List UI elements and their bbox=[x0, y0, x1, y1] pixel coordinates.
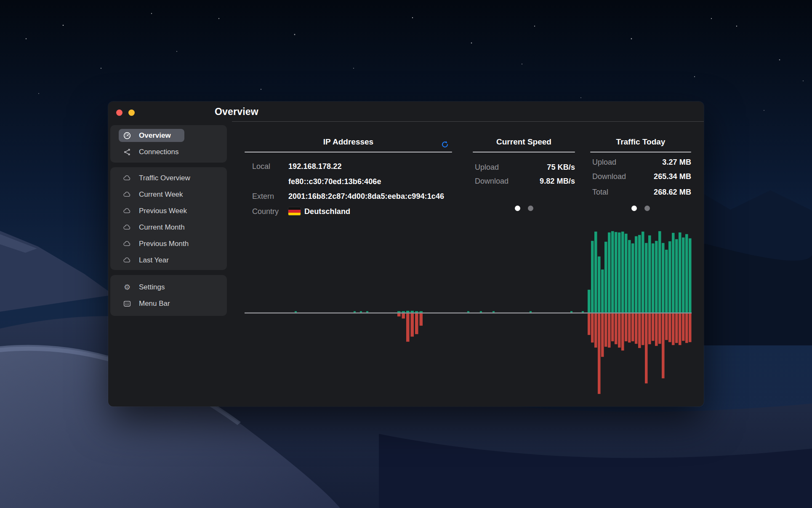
upload-label: Upload bbox=[475, 163, 499, 172]
gauge-icon bbox=[123, 131, 131, 140]
sidebar-item-previous-month[interactable]: Previous Month bbox=[119, 237, 227, 250]
sidebar-item-label: Previous Month bbox=[139, 240, 189, 248]
current-speed-title: Current Speed bbox=[473, 137, 575, 147]
speed-page-dots bbox=[473, 206, 575, 211]
ip-extern-row: Extern 2001:16b8:2c87:4d00:8da5:eeba:c99… bbox=[245, 191, 452, 202]
sidebar-group-main: Overview Connections bbox=[110, 125, 227, 163]
cloud-icon bbox=[123, 207, 131, 215]
ip-addresses-title: IP Addresses bbox=[245, 137, 452, 147]
download-speed-value: 9.82 MB/s bbox=[540, 177, 575, 186]
sidebar-item-label: Connections bbox=[139, 148, 179, 156]
sidebar-item-label: Previous Week bbox=[139, 207, 187, 215]
ip-addresses-section: IP Addresses Local 192.168.178.22 fe80::… bbox=[245, 102, 452, 224]
sidebar-item-label: Overview bbox=[139, 131, 171, 140]
page-dot[interactable] bbox=[528, 206, 533, 211]
sidebar-item-menu-bar[interactable]: Menu Bar bbox=[119, 297, 227, 310]
sidebar-item-current-month[interactable]: Current Month bbox=[119, 221, 227, 234]
sidebar-item-current-week[interactable]: Current Week bbox=[119, 188, 227, 201]
section-underline bbox=[473, 152, 575, 152]
cloud-icon bbox=[123, 240, 131, 248]
traffic-download-row: Download 265.34 MB bbox=[590, 171, 691, 182]
sidebar-item-label: Last Year bbox=[139, 256, 169, 265]
sidebar-item-label: Current Month bbox=[139, 223, 185, 232]
upload-speed-value: 75 KB/s bbox=[547, 163, 575, 172]
sidebar-item-label: Current Week bbox=[139, 190, 183, 199]
extern-label: Extern bbox=[252, 192, 274, 201]
download-total-value: 265.34 MB bbox=[654, 172, 691, 181]
sidebar-group-settings: ⚙ Settings Menu Bar bbox=[110, 275, 227, 316]
sidebar-group-history: Traffic Overview Current Week Previous W… bbox=[110, 167, 227, 270]
cloud-icon bbox=[123, 223, 131, 232]
sidebar-item-last-year[interactable]: Last Year bbox=[119, 254, 227, 267]
sidebar-item-settings[interactable]: ⚙ Settings bbox=[119, 281, 227, 294]
upload-total-value: 3.27 MB bbox=[662, 158, 691, 167]
traffic-page-dots bbox=[590, 206, 691, 211]
page-dot-active[interactable] bbox=[515, 206, 520, 211]
speed-download-row: Download 9.82 MB/s bbox=[473, 176, 575, 187]
download-label: Download bbox=[592, 172, 626, 181]
download-label: Download bbox=[475, 177, 508, 186]
local-ipv6-value: fe80::c30:70ed:13b6:406e bbox=[288, 177, 381, 186]
close-button[interactable] bbox=[116, 110, 122, 116]
traffic-upload-row: Upload 3.27 MB bbox=[590, 157, 691, 168]
minimize-button[interactable] bbox=[128, 110, 135, 116]
sidebar-item-overview[interactable]: Overview bbox=[119, 129, 227, 142]
refresh-icon[interactable] bbox=[441, 140, 449, 149]
total-label: Total bbox=[592, 188, 608, 197]
country-label: Country bbox=[252, 207, 279, 216]
app-window: Overview Overview Connections bbox=[108, 102, 704, 406]
sidebar-item-connections[interactable]: Connections bbox=[119, 145, 227, 158]
speed-upload-row: Upload 75 KB/s bbox=[473, 162, 575, 173]
page-dot-active[interactable] bbox=[631, 206, 637, 211]
traffic-chart-svg bbox=[245, 228, 692, 398]
share-icon bbox=[123, 148, 131, 156]
total-value: 268.62 MB bbox=[654, 188, 691, 197]
upload-label: Upload bbox=[592, 158, 616, 167]
local-label: Local bbox=[252, 162, 270, 171]
extern-ip-value: 2001:16b8:2c87:4d00:8da5:eeba:c994:1c46 bbox=[288, 192, 444, 201]
traffic-total-row: Total 268.62 MB bbox=[590, 187, 691, 198]
ip-country-row: Country Deutschland bbox=[245, 206, 452, 217]
local-ipv4-value: 192.168.178.22 bbox=[288, 162, 342, 171]
menubar-icon bbox=[123, 299, 131, 308]
desktop: Overview Overview Connections bbox=[0, 0, 812, 508]
cloud-icon bbox=[123, 190, 131, 199]
ip-local-row: Local 192.168.178.22 bbox=[245, 161, 452, 172]
cloud-icon bbox=[123, 174, 131, 182]
section-underline bbox=[590, 152, 691, 152]
current-speed-section: Current Speed Upload 75 KB/s Download 9.… bbox=[473, 102, 575, 224]
sidebar-item-previous-week[interactable]: Previous Week bbox=[119, 204, 227, 217]
cloud-icon bbox=[123, 256, 131, 265]
traffic-today-section: Traffic Today Upload 3.27 MB Download 26… bbox=[590, 102, 691, 224]
sidebar-item-label: Traffic Overview bbox=[139, 174, 190, 182]
gear-icon: ⚙ bbox=[123, 283, 131, 291]
sidebar-item-traffic-overview[interactable]: Traffic Overview bbox=[119, 171, 227, 184]
page-dot[interactable] bbox=[644, 206, 650, 211]
traffic-chart bbox=[245, 228, 692, 398]
ip-local-v6-row: fe80::c30:70ed:13b6:406e bbox=[245, 176, 452, 187]
germany-flag-icon bbox=[288, 207, 301, 215]
traffic-today-title: Traffic Today bbox=[590, 137, 691, 147]
section-underline bbox=[245, 152, 452, 152]
country-value: Deutschland bbox=[304, 207, 350, 216]
sidebar-item-label: Menu Bar bbox=[139, 299, 170, 308]
sidebar-item-label: Settings bbox=[139, 283, 165, 291]
